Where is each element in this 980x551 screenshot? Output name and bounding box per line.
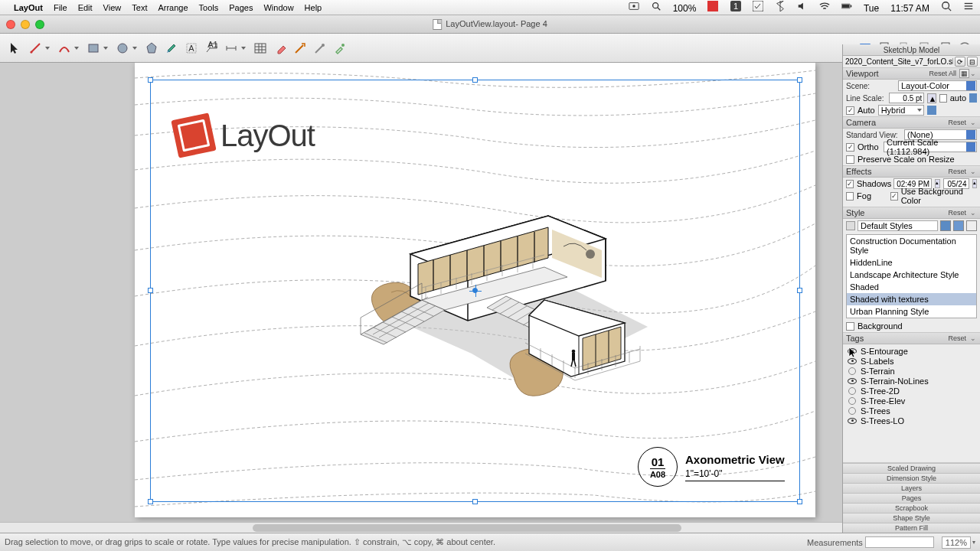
spotlight-icon[interactable] [941,1,952,11]
resize-handle[interactable] [148,77,153,83]
shadows-checkbox[interactable]: ✓ [846,180,854,188]
chevron-icon[interactable]: ⌄ [969,334,977,342]
dimension-tool[interactable] [222,39,240,57]
table-tool[interactable] [251,39,270,57]
tag-visibility-icon[interactable] [848,357,857,365]
background-checkbox[interactable] [846,322,854,331]
linescale-input[interactable] [889,93,924,103]
chevron-icon[interactable]: ⌄ [969,168,977,175]
menu-file[interactable]: File [54,3,67,12]
tag-row[interactable]: S-Entourage [843,346,980,356]
clock-day[interactable]: Tue [864,3,879,14]
line-tool-dropdown[interactable] [44,47,51,50]
text-tool[interactable]: A [182,39,201,57]
menu-pages[interactable]: Pages [229,3,253,12]
battery-icon[interactable] [841,1,852,11]
resize-handle[interactable] [797,288,802,293]
tag-row[interactable]: S-Tree-2D [843,386,980,396]
status-b-icon[interactable] [753,1,763,11]
selection-frame[interactable] [150,80,800,502]
circle-tool[interactable] [113,39,132,57]
camera-reset[interactable]: Reset [945,119,969,126]
auto-checkbox[interactable]: ✓ [846,106,854,115]
tag-visibility-icon[interactable] [848,377,857,385]
render-mode-select[interactable]: Hybrid [878,105,924,116]
tag-row[interactable]: S-Trees [843,406,980,416]
style-item[interactable]: Shaded [847,281,976,293]
bluetooth-icon[interactable] [775,1,786,11]
tag-row[interactable]: S-Tree-Elev [843,396,980,406]
window-zoom-button[interactable] [35,20,44,29]
collapsed-panel-strip[interactable]: Pattern Fill [843,523,980,533]
style-item[interactable]: Shaded with textures [847,293,976,305]
viewport-section[interactable]: Viewport [846,69,926,78]
relink-button[interactable]: ⟳ [955,57,965,67]
tags-reset[interactable]: Reset [945,334,969,342]
style-reset[interactable]: Reset [945,209,969,217]
tag-row[interactable]: S-Terrain-NoLines [843,376,980,386]
zoom-pct[interactable]: 100% [673,3,697,14]
tag-visibility-icon[interactable] [848,367,857,375]
tag-visibility-icon[interactable] [848,417,857,425]
style-name[interactable]: Default Styles [858,220,938,231]
screenrec-icon[interactable] [629,1,639,11]
menu-extras-icon[interactable] [963,1,974,11]
fog-checkbox[interactable] [846,192,854,201]
window-minimize-button[interactable] [21,20,30,29]
clock-time[interactable]: 11:57 AM [890,3,929,14]
style-item[interactable]: Landscape Architecture Style [847,269,976,281]
style-item[interactable]: Urban Planning Style [847,305,976,318]
polygon-tool[interactable] [142,39,161,57]
effects-reset[interactable]: Reset [945,168,969,175]
tag-row[interactable]: S-Labels [843,356,980,366]
arc-tool-dropdown[interactable] [74,47,80,50]
resize-handle[interactable] [472,77,478,83]
menu-text[interactable]: Text [132,3,147,12]
select-tool[interactable] [6,39,24,57]
tags-section[interactable]: Tags [846,334,945,343]
line-tool[interactable] [26,39,44,57]
label-tool[interactable]: A1 [202,39,220,57]
collapsed-panel-strip[interactable]: Dimension Style [843,473,980,483]
tag-visibility-icon[interactable] [848,347,857,355]
app-name[interactable]: LayOut [14,3,43,12]
style-section[interactable]: Style [846,208,945,217]
measurements-input[interactable] [865,536,934,548]
resize-handle[interactable] [797,77,802,83]
menu-edit[interactable]: Edit [78,3,93,12]
style-view-b[interactable] [953,220,964,231]
open-model-button[interactable]: ⊟ [967,57,978,67]
tag-visibility-icon[interactable] [848,407,857,415]
style-item[interactable]: Construction Documentation Style [847,235,976,256]
camera-section[interactable]: Camera [846,118,945,127]
scene-select[interactable]: Layout-Color [898,80,977,91]
rectangle-tool[interactable] [84,39,103,57]
eraser-tool[interactable] [271,39,289,57]
tag-visibility-icon[interactable] [848,387,857,395]
arc-tool[interactable] [55,39,74,57]
collapsed-panel-strip[interactable]: Scaled Drawing [843,463,980,473]
tag-row[interactable]: S-Trees-LO [843,416,980,425]
tag-visibility-icon[interactable] [848,397,857,405]
resize-handle[interactable] [148,288,153,293]
style-item[interactable]: HiddenLine [847,256,976,269]
viewport-reset-all[interactable]: Reset All [926,70,959,77]
canvas-area[interactable]: LayOut [0,63,842,533]
window-close-button[interactable] [6,20,15,29]
tags-list[interactable]: S-EntourageS-LabelsS-TerrainS-Terrain-No… [843,344,980,427]
split-tool[interactable] [291,39,309,57]
volume-icon[interactable] [797,1,808,11]
collapsed-panel-strip[interactable]: Pages [843,493,980,503]
style-view-c[interactable] [966,220,977,231]
resize-handle[interactable] [797,499,802,504]
ortho-checkbox[interactable]: ✓ [846,143,854,152]
viewport-new-button[interactable]: ▦ [959,69,969,78]
wifi-icon[interactable] [819,1,830,11]
menu-view[interactable]: View [103,3,122,12]
eyedropper-tool[interactable] [331,39,349,57]
ortho-scale-select[interactable]: Current Scale (1:112.984) [884,142,977,152]
resize-handle[interactable] [148,499,153,504]
zoom-display[interactable]: 112% [942,536,971,549]
page[interactable]: LayOut [135,63,815,517]
chevron-icon[interactable]: ⌄ [969,119,977,126]
